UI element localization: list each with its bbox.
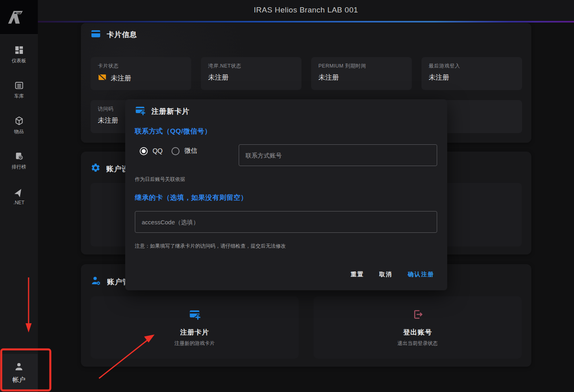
credit-card-icon xyxy=(91,29,101,41)
stat-label: 卡片状态 xyxy=(98,63,184,70)
stat-value: 未注册 xyxy=(318,73,339,82)
radio-wechat[interactable]: 微信 xyxy=(171,147,197,155)
sidebar-item-label: 车库 xyxy=(14,93,24,100)
action-subtitle: 注册新的游戏卡片 xyxy=(175,340,215,347)
app-root: IRAS Helios Branch LAB 001 卡片信息 卡片状态 未注册… xyxy=(0,0,574,392)
sidebar-item-label: 排行榜 xyxy=(12,164,26,170)
action-subtitle: 退出当前登录状态 xyxy=(398,340,438,347)
logout-action[interactable]: 登出账号 退出当前登录状态 xyxy=(314,296,522,359)
account-icon xyxy=(14,361,24,374)
confirm-register-button[interactable]: 确认注册 xyxy=(404,267,438,281)
access-code-input[interactable] xyxy=(135,211,437,233)
sidebar: NET 仪表板 车库 xyxy=(0,0,38,392)
header-bar: IRAS Helios Branch LAB 001 xyxy=(38,0,574,21)
contact-type-radio-group: QQ 微信 xyxy=(140,147,197,155)
register-card-modal: 注册新卡片 联系方式（QQ/微信号） QQ 微信 作为日后账号关联依据 继承的卡… xyxy=(125,99,447,290)
gear-icon xyxy=(91,163,101,174)
stat-value: 未注册 xyxy=(429,73,449,82)
modal-title: 注册新卡片 xyxy=(151,107,190,116)
contact-note: 作为日后账号关联依据 xyxy=(135,176,185,183)
modal-buttons: 重置 取消 确认注册 xyxy=(347,267,438,281)
radio-label: QQ xyxy=(153,148,163,155)
reset-button[interactable]: 重置 xyxy=(347,267,368,281)
radio-dot xyxy=(140,147,148,155)
leaderboard-icon xyxy=(14,151,24,161)
stat-value: 未注册 xyxy=(111,74,131,83)
action-title: 注册卡片 xyxy=(180,328,209,337)
sidebar-item-account[interactable]: 帐户 xyxy=(0,354,38,392)
stat-card-premium: PERMIUM 到期时间 未注册 xyxy=(311,57,412,90)
section-title: 卡片信息 xyxy=(107,30,137,39)
action-title: 登出账号 xyxy=(403,328,432,337)
dashboard-icon xyxy=(14,45,24,55)
net-nav-icon xyxy=(14,187,24,197)
stat-card-lastlogin: 最后游戏登入 未注册 xyxy=(421,57,522,90)
card-add-icon xyxy=(135,105,146,117)
logo-net-text: NET xyxy=(16,12,20,14)
garage-icon xyxy=(14,80,24,90)
stat-label: PERMIUM 到期时间 xyxy=(318,63,405,70)
stat-label: 最后游戏登入 xyxy=(429,63,515,70)
radio-qq[interactable]: QQ xyxy=(140,147,163,155)
cancel-button[interactable]: 取消 xyxy=(375,267,396,281)
header-accent-line xyxy=(38,21,574,23)
sidebar-item-garage[interactable]: 车库 xyxy=(0,77,38,103)
contact-account-input[interactable] xyxy=(239,144,437,166)
page-title: IRAS Helios Branch LAB 001 xyxy=(38,6,574,14)
contact-heading: 联系方式（QQ/微信号） xyxy=(135,127,211,136)
stat-value: 未注册 xyxy=(208,73,229,82)
register-card-action[interactable]: 注册卡片 注册新的游戏卡片 xyxy=(91,296,299,359)
stat-value: 未注册 xyxy=(98,116,118,125)
inherit-note: 注意：如果填写了继承卡片的访问码，请仔细检查，提交后无法修改 xyxy=(135,243,286,250)
sidebar-item-dashboard[interactable]: 仪表板 xyxy=(0,42,38,68)
logout-icon xyxy=(412,308,424,322)
sidebar-item-items[interactable]: 物品 xyxy=(0,113,38,138)
sidebar-item-leaderboard[interactable]: 排行榜 xyxy=(0,148,38,174)
stat-card-status: 卡片状态 未注册 xyxy=(91,57,191,90)
sidebar-item-label: 帐户 xyxy=(12,376,25,384)
radio-label: 微信 xyxy=(184,147,197,155)
sidebar-item-net[interactable]: .NET xyxy=(0,183,38,209)
card-off-icon xyxy=(98,73,107,84)
card-add-icon xyxy=(189,308,201,322)
sidebar-item-label: 物品 xyxy=(14,128,24,135)
person-gear-icon xyxy=(91,275,101,288)
stat-card-net: 湾岸.NET状态 未注册 xyxy=(201,57,301,90)
app-logo[interactable]: NET xyxy=(0,0,38,35)
radio-dot xyxy=(171,147,180,155)
stat-label: 湾岸.NET状态 xyxy=(208,63,294,70)
items-box-icon xyxy=(14,116,24,126)
inherit-heading: 继承的卡（选填，如果没有则留空） xyxy=(135,193,248,202)
sidebar-item-label: .NET xyxy=(13,200,24,205)
sidebar-item-label: 仪表板 xyxy=(12,57,26,64)
